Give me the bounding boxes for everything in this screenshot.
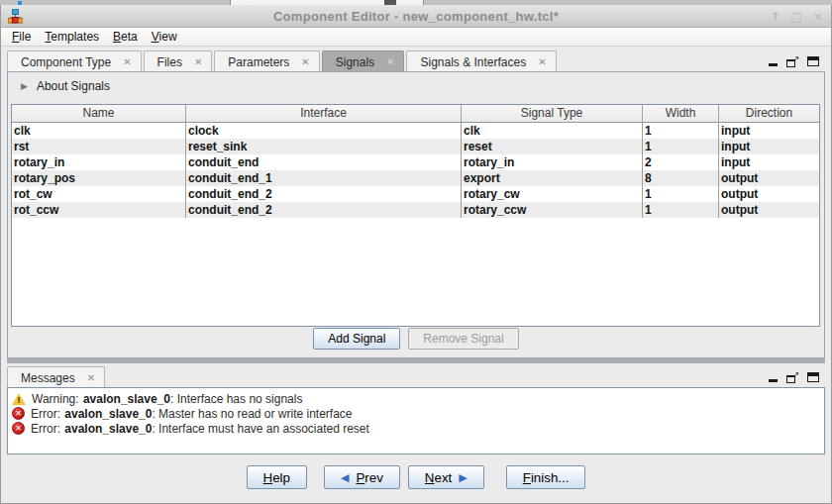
messages-panel: ! Warning: avalon_slave_0: Interface has… [7, 387, 825, 454]
panel-float-icon[interactable]: ↗ [786, 56, 798, 67]
error-icon: ✕ [12, 422, 25, 435]
panel-minimize-icon[interactable] [769, 379, 778, 382]
message-warning[interactable]: ! Warning: avalon_slave_0: Interface has… [12, 391, 820, 406]
window-controls: ↑ □ ✕ [771, 5, 823, 28]
titlebar[interactable]: Component Editor - new_component_hw.tcl*… [1, 5, 831, 28]
table-row[interactable]: rotary_in conduit_end rotary_in 2 input [12, 154, 819, 170]
window-title: Component Editor - new_component_hw.tcl* [1, 9, 831, 24]
tab-messages[interactable]: Messages ✕ [7, 366, 105, 388]
tab-files[interactable]: Files ✕ [144, 50, 213, 72]
disclosure-arrow-icon[interactable]: ▶ [21, 81, 28, 91]
column-header-width[interactable]: Width [643, 105, 719, 122]
prev-button[interactable]: ◀Prev [324, 465, 400, 489]
column-header-direction[interactable]: Direction [719, 105, 819, 122]
component-editor-app-icon [8, 9, 23, 24]
help-button[interactable]: Help [247, 465, 307, 489]
tab-close-icon[interactable]: ✕ [194, 57, 202, 67]
tab-parameters[interactable]: Parameters ✕ [214, 50, 319, 72]
table-row[interactable]: rot_ccw conduit_end_2 rotary_ccw 1 outpu… [12, 202, 819, 218]
message-error[interactable]: ✕ Error: avalon_slave_0: Master has no r… [12, 406, 820, 421]
close-button[interactable]: ✕ [813, 11, 823, 23]
editor-tab-bar: Component Type ✕ Files ✕ Parameters ✕ Si… [7, 50, 825, 72]
signals-panel: ▶ About Signals Name Interface Signal Ty… [7, 71, 825, 358]
remove-signal-button[interactable]: Remove Signal [408, 328, 518, 350]
panel-maximize-icon[interactable] [807, 56, 819, 66]
table-row[interactable]: rst reset_sink reset 1 input [12, 139, 819, 154]
table-row[interactable]: rot_cw conduit_end_2 rotary_cw 1 output [12, 186, 819, 202]
prev-arrow-icon: ◀ [341, 471, 349, 484]
messages-tab-bar: Messages ✕ ↗ [7, 366, 825, 388]
menu-templates[interactable]: Templates [38, 29, 106, 45]
about-signals-disclosure[interactable]: ▶ About Signals [8, 72, 824, 99]
tab-close-icon[interactable]: ✕ [538, 57, 546, 67]
component-editor-window: Component Editor - new_component_hw.tcl*… [0, 5, 832, 504]
column-header-interface[interactable]: Interface [186, 105, 462, 122]
tab-close-icon[interactable]: ✕ [386, 57, 394, 67]
editor-dock-controls: ↗ [769, 53, 819, 69]
window-content: Component Type ✕ Files ✕ Parameters ✕ Si… [1, 47, 831, 503]
next-arrow-icon: ▶ [459, 471, 467, 484]
signals-table-header: Name Interface Signal Type Width Directi… [12, 105, 819, 123]
table-row[interactable]: clk clock clk 1 input [12, 123, 819, 139]
screen: Component Editor - new_component_hw.tcl*… [0, 0, 832, 504]
tab-signals[interactable]: Signals ✕ [322, 50, 405, 72]
messages-dock-controls: ↗ [769, 369, 819, 385]
panel-splitter[interactable] [7, 358, 825, 363]
about-signals-label: About Signals [37, 79, 110, 93]
panel-minimize-icon[interactable] [769, 63, 778, 66]
shade-button[interactable]: ↑ [771, 11, 780, 23]
error-icon: ✕ [12, 407, 25, 420]
table-row[interactable]: rotary_pos conduit_end_1 export 8 output [12, 170, 819, 186]
column-header-name[interactable]: Name [12, 105, 186, 122]
table-button-row: Add Signal Remove Signal [8, 328, 824, 350]
tab-close-icon[interactable]: ✕ [87, 373, 95, 383]
menu-file[interactable]: File [5, 29, 38, 45]
menu-beta[interactable]: Beta [106, 29, 145, 45]
signals-table: Name Interface Signal Type Width Directi… [11, 104, 820, 327]
next-button[interactable]: Next▶ [408, 465, 484, 489]
tab-component-type[interactable]: Component Type ✕ [7, 50, 142, 72]
column-header-signal-type[interactable]: Signal Type [462, 105, 643, 122]
maximize-button[interactable]: □ [791, 11, 802, 23]
warning-icon: ! [12, 393, 26, 405]
panel-float-icon[interactable]: ↗ [786, 372, 798, 383]
finish-button[interactable]: Finish... [506, 465, 586, 489]
menu-view[interactable]: View [145, 29, 184, 45]
tab-close-icon[interactable]: ✕ [301, 57, 309, 67]
add-signal-button[interactable]: Add Signal [313, 328, 400, 350]
message-error[interactable]: ✕ Error: avalon_slave_0: Interface must … [12, 421, 820, 436]
tab-close-icon[interactable]: ✕ [123, 57, 131, 67]
tab-signals-interfaces[interactable]: Signals & Interfaces ✕ [406, 50, 556, 72]
menubar: File Templates Beta View [1, 28, 831, 47]
wizard-nav: Help ◀Prev Next▶ Finish... [1, 465, 831, 489]
panel-maximize-icon[interactable] [807, 372, 819, 382]
